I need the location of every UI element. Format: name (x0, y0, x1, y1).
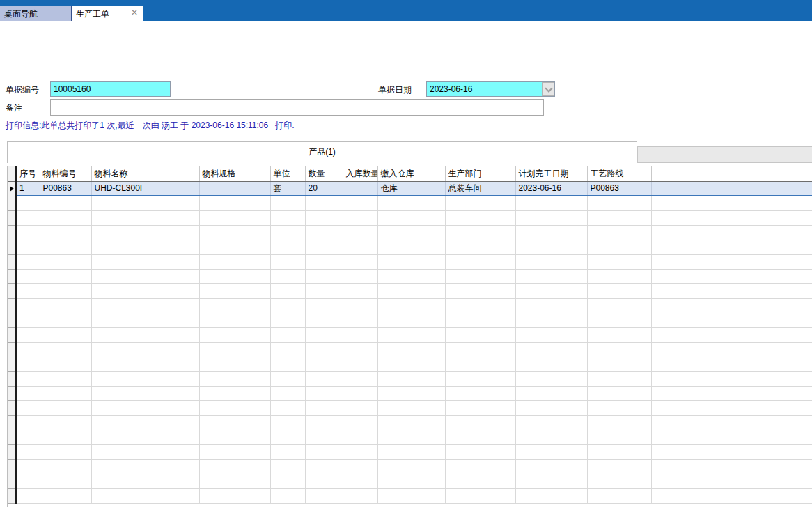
grid-cell (40, 444, 91, 459)
grid-cell[interactable]: 1 (16, 181, 40, 196)
grid-cell[interactable]: 仓库 (377, 181, 445, 196)
grid-cell (199, 474, 270, 488)
grid-header-row: 序号物料编号物料名称物料规格单位数量入库数量缴入仓库生产部门计划完工日期工艺路线 (8, 166, 812, 181)
doc-no-input[interactable] (50, 81, 171, 97)
grid-cell (91, 225, 199, 240)
grid-cell (515, 210, 587, 225)
grid-cell (445, 327, 515, 342)
grid-cell (199, 225, 270, 240)
grid-cell (651, 196, 812, 210)
grid-cell (651, 269, 812, 283)
grid-cell[interactable] (199, 181, 270, 196)
chevron-down-icon (545, 84, 552, 92)
grid-cell (91, 298, 199, 313)
row-selector[interactable] (8, 181, 16, 196)
tab-products[interactable]: 产品(1) (7, 141, 637, 163)
grid-cell (16, 210, 40, 225)
grid-cell[interactable]: P00863 (40, 181, 91, 196)
column-header[interactable]: 缴入仓库 (377, 166, 445, 181)
grid-cell[interactable]: UHD-CL300I (91, 181, 199, 196)
column-header[interactable]: 序号 (16, 166, 40, 181)
grid-cell (199, 196, 270, 210)
column-header[interactable]: 入库数量 (343, 166, 377, 181)
empty-row (8, 400, 812, 415)
grid-cell (377, 269, 445, 283)
column-header[interactable]: 单位 (270, 166, 305, 181)
grid-cell (91, 269, 199, 283)
column-header[interactable]: 物料规格 (199, 166, 270, 181)
grid-cell (199, 269, 270, 283)
tab-desktop-navigation[interactable]: 桌面导航 (0, 6, 72, 21)
grid-cell (40, 459, 91, 474)
grid-cell[interactable] (651, 181, 812, 196)
grid-cell (587, 386, 651, 400)
grid-cell (515, 474, 587, 488)
empty-row (8, 327, 812, 342)
grid-cell (445, 225, 515, 240)
grid-cell (270, 488, 305, 503)
grid-cell (515, 313, 587, 327)
tab-production-work-order[interactable]: 生产工单 ✕ (72, 6, 143, 21)
grid-cell (40, 474, 91, 488)
grid-cell (91, 488, 199, 503)
grid-cell (270, 430, 305, 444)
grid-cell (515, 327, 587, 342)
row-selector (8, 474, 16, 488)
grid-cell (343, 474, 377, 488)
remark-input[interactable] (50, 99, 544, 116)
doc-date-dropdown-button[interactable] (542, 82, 554, 96)
grid-cell (651, 444, 812, 459)
grid-cell (515, 196, 587, 210)
grid-cell (305, 400, 343, 415)
grid-cell (377, 298, 445, 313)
grid-cell (91, 313, 199, 327)
grid-cell (651, 400, 812, 415)
grid-cell (445, 459, 515, 474)
grid-cell (199, 488, 270, 503)
grid-cell (651, 240, 812, 254)
row-selector (8, 225, 16, 240)
grid-cell (40, 313, 91, 327)
grid-cell (305, 210, 343, 225)
grid-cell (343, 371, 377, 386)
grid-cell[interactable] (343, 181, 377, 196)
grid-cell (445, 386, 515, 400)
column-header[interactable]: 物料名称 (91, 166, 199, 181)
grid-cell (343, 283, 377, 298)
row-selector (8, 313, 16, 327)
grid-cell[interactable]: P00863 (587, 181, 651, 196)
grid-cell (343, 196, 377, 210)
empty-row (8, 313, 812, 327)
column-header[interactable]: 生产部门 (445, 166, 515, 181)
row-selector (8, 254, 16, 269)
table-row[interactable]: 1P00863UHD-CL300I套20仓库总装车间2023-06-16P008… (8, 181, 812, 196)
column-header[interactable]: 物料编号 (40, 166, 91, 181)
grid-cell (199, 444, 270, 459)
column-header[interactable] (651, 166, 812, 181)
grid-cell (445, 342, 515, 357)
grid-cell (16, 298, 40, 313)
column-header[interactable]: 数量 (305, 166, 343, 181)
column-header[interactable]: 工艺路线 (587, 166, 651, 181)
grid-cell (91, 283, 199, 298)
close-icon[interactable]: ✕ (131, 8, 138, 17)
tab-production-work-order-label: 生产工单 (76, 9, 109, 19)
grid-cell (445, 357, 515, 371)
grid-cell[interactable]: 2023-06-16 (515, 181, 587, 196)
grid-cell (16, 283, 40, 298)
grid-cell (305, 240, 343, 254)
empty-row (8, 357, 812, 371)
grid-cell (16, 474, 40, 488)
doc-date-label: 单据日期 (378, 84, 412, 96)
column-header[interactable]: 计划完工日期 (515, 166, 587, 181)
grid-cell[interactable]: 20 (305, 181, 343, 196)
grid-cell[interactable]: 套 (270, 181, 305, 196)
grid-cell (270, 400, 305, 415)
grid-cell[interactable]: 总装车间 (445, 181, 515, 196)
grid-cell (16, 225, 40, 240)
grid-cell (305, 225, 343, 240)
doc-date-input[interactable] (426, 81, 555, 97)
grid-cell (651, 474, 812, 488)
grid-cell (40, 283, 91, 298)
grid-cell (305, 474, 343, 488)
